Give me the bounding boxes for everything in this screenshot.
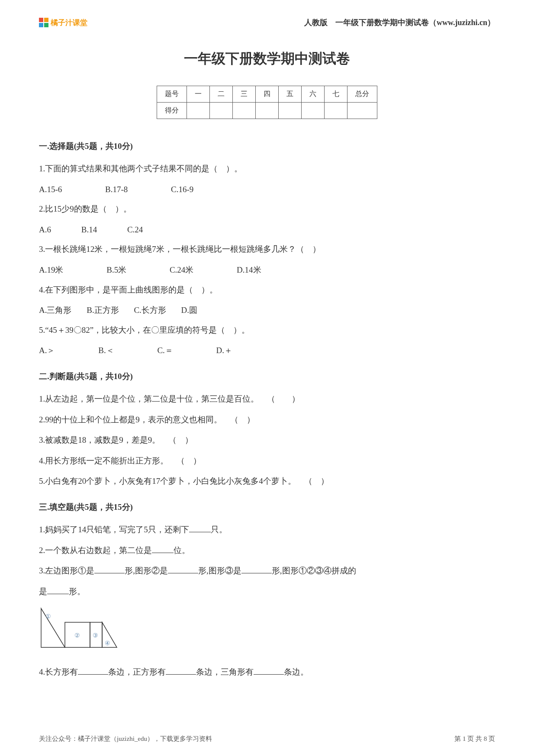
section-2-head: 二.判断题(共5题，共10分) bbox=[39, 371, 495, 382]
cell: 三 bbox=[233, 86, 256, 103]
text: 4.长方形有 bbox=[39, 667, 78, 676]
logo-icon bbox=[39, 18, 48, 27]
page-footer: 关注公众号：橘子汁课堂（juzizhi_edu），下载更多学习资料 第 1 页 … bbox=[39, 735, 495, 743]
section-1-head: 一.选择题(共5题，共10分) bbox=[39, 141, 495, 152]
cell: 一 bbox=[187, 86, 210, 103]
option-b: B.正方形 bbox=[87, 300, 119, 320]
q1-options: A.15-6 B.17-8 C.16-9 bbox=[39, 180, 495, 199]
cell: 七 bbox=[325, 86, 347, 103]
fill-blank bbox=[166, 674, 196, 675]
page-title: 一年级下册数学期中测试卷 bbox=[39, 49, 495, 68]
option-c: C.16-9 bbox=[171, 180, 193, 199]
s2-q5: 5.小白兔有20个萝卜，小灰兔有17个萝卜，小白兔比小灰兔多4个萝卜。 （ ） bbox=[39, 471, 495, 491]
shape-label-1: ① bbox=[45, 613, 51, 620]
q1-text: 1.下面的算式结果和其他两个式子结果不同的是（ ）。 bbox=[39, 159, 495, 179]
option-c: C.24 bbox=[127, 220, 143, 240]
cell bbox=[210, 103, 233, 119]
text: 形。 bbox=[69, 587, 85, 596]
text: 形,图形①②③④拼成的 bbox=[272, 566, 356, 575]
cell: 得分 bbox=[157, 103, 187, 119]
fill-blank bbox=[168, 573, 198, 573]
option-b: B.14 bbox=[81, 220, 97, 240]
option-d: D.圆 bbox=[181, 300, 197, 320]
option-c: C.长方形 bbox=[134, 300, 166, 320]
cell: 二 bbox=[210, 86, 233, 103]
text: 条边，三角形有 bbox=[196, 667, 254, 676]
score-table: 题号 一 二 三 四 五 六 七 总分 得分 bbox=[157, 86, 377, 119]
s3-q3: 3.左边图形①是形,图形②是形,图形③是形,图形①②③④拼成的 bbox=[39, 561, 495, 581]
fill-blank bbox=[47, 594, 69, 594]
cell: 五 bbox=[279, 86, 302, 103]
svg-marker-0 bbox=[41, 608, 65, 647]
q3-text: 3.一根长跳绳12米，一根短跳绳7米，一根长跳绳比一根短跳绳多几米？（ ） bbox=[39, 239, 495, 259]
option-c: C.＝ bbox=[157, 341, 173, 360]
text: 只。 bbox=[211, 525, 227, 534]
q5-options: A.＞ B.＜ C.＝ D.＋ bbox=[39, 341, 495, 360]
text: 2.一个数从右边数起，第二位是 bbox=[39, 546, 152, 555]
footer-left: 关注公众号：橘子汁课堂（juzizhi_edu），下载更多学习资料 bbox=[39, 735, 212, 743]
text: 3.左边图形①是 bbox=[39, 566, 94, 575]
cell bbox=[325, 103, 347, 119]
table-row: 得分 bbox=[157, 103, 377, 119]
option-c: C.24米 bbox=[170, 260, 193, 280]
q2-options: A.6 B.14 C.24 bbox=[39, 220, 495, 240]
cell: 题号 bbox=[157, 86, 187, 103]
option-a: A.19米 bbox=[39, 260, 63, 280]
fill-blank bbox=[189, 532, 211, 532]
shapes-svg: ① ② ③ ④ bbox=[39, 606, 130, 652]
cell: 四 bbox=[256, 86, 279, 103]
footer-right: 第 1 页 共 8 页 bbox=[454, 735, 495, 743]
fill-blank bbox=[241, 573, 272, 573]
fill-blank bbox=[78, 674, 108, 675]
header-meta: 人教版 一年级下册数学期中测试卷（www.juzizhi.cn） bbox=[304, 17, 495, 28]
option-b: B.17-8 bbox=[105, 180, 128, 199]
text: 1.妈妈买了14只铅笔，写完了5只，还剩下 bbox=[39, 525, 189, 534]
q5-text: 5.“45＋39〇82”，比较大小，在〇里应填的符号是（ ）。 bbox=[39, 320, 495, 340]
shapes-figure: ① ② ③ ④ bbox=[39, 606, 495, 653]
option-d: D.14米 bbox=[237, 260, 261, 280]
text: 条边。 bbox=[284, 667, 309, 676]
option-a: A.三角形 bbox=[39, 300, 71, 320]
option-a: A.15-6 bbox=[39, 180, 62, 199]
text: 是 bbox=[39, 587, 47, 596]
section-3-head: 三.填空题(共5题，共15分) bbox=[39, 502, 495, 513]
option-a: A.6 bbox=[39, 220, 51, 240]
text: 位。 bbox=[174, 546, 190, 555]
s2-q1: 1.从左边起，第一位是个位，第二位是十位，第三位是百位。 （ ） bbox=[39, 389, 495, 409]
text: 条边，正方形有 bbox=[108, 667, 166, 676]
page-header: 橘子汁课堂 人教版 一年级下册数学期中测试卷（www.juzizhi.cn） bbox=[39, 17, 495, 28]
cell bbox=[233, 103, 256, 119]
option-a: A.＞ bbox=[39, 341, 55, 360]
q2-text: 2.比15少9的数是（ ）。 bbox=[39, 199, 495, 219]
option-b: B.＜ bbox=[98, 341, 114, 360]
logo-text: 橘子汁课堂 bbox=[51, 18, 87, 28]
q4-options: A.三角形 B.正方形 C.长方形 D.圆 bbox=[39, 300, 495, 320]
s2-q3: 3.被减数是18，减数是9，差是9。 （ ） bbox=[39, 430, 495, 450]
q3-options: A.19米 B.5米 C.24米 D.14米 bbox=[39, 260, 495, 280]
fill-blank bbox=[94, 573, 125, 573]
text: 形,图形②是 bbox=[125, 566, 168, 575]
cell bbox=[347, 103, 377, 119]
table-row: 题号 一 二 三 四 五 六 七 总分 bbox=[157, 86, 377, 103]
fill-blank bbox=[254, 674, 284, 675]
cell: 六 bbox=[302, 86, 325, 103]
cell bbox=[302, 103, 325, 119]
option-d: D.＋ bbox=[216, 341, 232, 360]
cell: 总分 bbox=[347, 86, 377, 103]
s3-q1: 1.妈妈买了14只铅笔，写完了5只，还剩下只。 bbox=[39, 520, 495, 540]
cell bbox=[256, 103, 279, 119]
s3-q2: 2.一个数从右边数起，第二位是位。 bbox=[39, 540, 495, 560]
q4-text: 4.在下列图形中，是平面上曲线图形的是（ ）。 bbox=[39, 280, 495, 300]
cell bbox=[279, 103, 302, 119]
s2-q4: 4.用长方形纸一定不能折出正方形。 （ ） bbox=[39, 451, 495, 471]
fill-blank bbox=[152, 553, 174, 553]
option-b: B.5米 bbox=[106, 260, 126, 280]
shape-label-2: ② bbox=[74, 632, 80, 639]
shape-label-3: ③ bbox=[93, 632, 98, 639]
logo: 橘子汁课堂 bbox=[39, 18, 87, 28]
s3-q3b: 是形。 bbox=[39, 582, 495, 602]
shape-label-4: ④ bbox=[105, 640, 110, 647]
s3-q4: 4.长方形有条边，正方形有条边，三角形有条边。 bbox=[39, 662, 495, 682]
s2-q2: 2.99的十位上和个位上都是9，表示的意义也相同。 （ ） bbox=[39, 410, 495, 430]
text: 形,图形③是 bbox=[198, 566, 241, 575]
